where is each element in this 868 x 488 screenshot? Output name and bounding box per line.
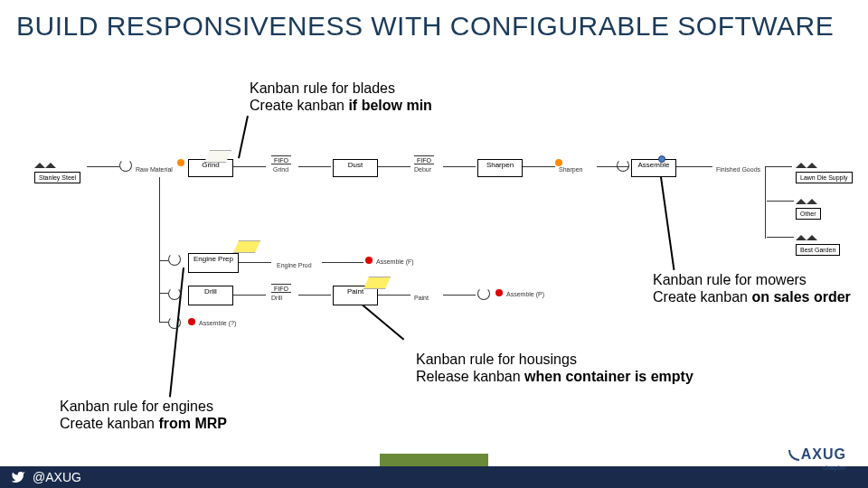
node-fifo3: FIFO	[271, 284, 291, 293]
page-title: BUILD RESPONSIVENESS WITH CONFIGURABLE S…	[16, 11, 834, 42]
node-sharpenq: Sharpen	[559, 166, 582, 173]
node-debur: Debur	[414, 166, 431, 173]
dot-orange-icon	[555, 159, 562, 166]
node-paintq: Paint	[414, 295, 429, 301]
dot-red-icon	[188, 318, 195, 325]
connector	[239, 262, 271, 263]
callout-housings: Kanban rule for housings Release kanban …	[416, 351, 693, 385]
cycle-icon	[477, 287, 490, 300]
connector	[443, 166, 476, 167]
footer: @AXUG	[0, 466, 868, 488]
connector	[87, 166, 119, 167]
node-sharpen: Sharpen	[477, 159, 523, 177]
node-assembleQ: Assemble (?)	[199, 320, 236, 326]
node-drill: Drill	[188, 286, 233, 305]
node-rawmat: Raw Material	[136, 166, 173, 173]
brand-logo: AXUG	[788, 446, 846, 463]
node-finished: Finished Goods	[716, 166, 760, 173]
callout-mowers-line-connector	[660, 177, 675, 270]
connector	[767, 201, 794, 202]
node-fifo2: FIFO	[414, 155, 434, 164]
node-engineprodq: Engine Prod	[277, 262, 312, 268]
cycle-icon	[617, 159, 629, 172]
factory-stanley: Stanley Steel	[34, 155, 80, 183]
node-engineprep: Engine Prep	[188, 253, 239, 273]
twitter-icon	[11, 470, 25, 484]
connector	[298, 295, 331, 296]
node-assembleF: Assemble (F)	[376, 258, 414, 265]
connector	[233, 295, 266, 296]
callout-engines-line1: Kanban rule for engines	[60, 398, 227, 415]
callout-housings-line-connector	[362, 304, 404, 340]
callout-engines: Kanban rule for engines Create kanban fr…	[60, 398, 227, 432]
callout-blades-line-connector	[238, 116, 249, 158]
callout-engines-line2: Create kanban from MRP	[60, 415, 227, 432]
connector-vert	[159, 177, 160, 322]
connector	[159, 260, 168, 261]
factory-best: Best Garden	[796, 228, 840, 256]
connector	[233, 166, 266, 167]
connector	[443, 295, 476, 296]
connector	[322, 262, 363, 263]
callout-blades: Kanban rule for blades Create kanban if …	[250, 80, 432, 114]
connector	[765, 166, 792, 167]
callout-housings-line2: Release kanban when container is empty	[416, 368, 693, 385]
node-grind-label: Grind	[273, 166, 288, 173]
callout-blades-line1: Kanban rule for blades	[250, 80, 432, 97]
callout-mowers-line1: Kanban rule for mowers	[653, 271, 851, 288]
footer-handle: @AXUG	[33, 470, 81, 484]
connector	[159, 322, 168, 323]
node-assemble: Assemble	[631, 159, 676, 177]
node-fifo1: FIFO	[271, 155, 291, 164]
connector	[767, 237, 794, 238]
cycle-icon	[119, 159, 132, 172]
connector	[378, 295, 410, 296]
node-assembleP: Assemble (P)	[506, 291, 544, 297]
connector	[159, 293, 168, 294]
dot-red-icon	[365, 257, 373, 264]
connector	[676, 166, 712, 167]
pull-arrow-icon	[363, 277, 391, 289]
dot-blue-icon	[658, 155, 665, 163]
callout-mowers-line2: Create kanban on sales order	[653, 288, 851, 305]
factory-other: Other	[796, 192, 821, 220]
connector	[765, 166, 766, 239]
pull-arrow-icon	[233, 240, 260, 253]
node-dust: Dust	[333, 159, 378, 177]
brand-sub: chapter	[822, 464, 846, 472]
connector	[378, 166, 410, 167]
dot-orange-icon	[177, 159, 184, 166]
node-drill2: Drill	[271, 295, 282, 301]
callout-housings-line1: Kanban rule for housings	[416, 351, 693, 368]
connector	[298, 166, 331, 167]
cycle-icon	[168, 287, 181, 300]
callout-mowers: Kanban rule for mowers Create kanban on …	[653, 271, 851, 305]
connector	[523, 166, 555, 167]
cycle-icon	[168, 316, 181, 329]
factory-lawn: Lawn Die Supply	[796, 155, 853, 183]
callout-blades-line2: Create kanban if below min	[250, 97, 432, 114]
cycle-icon	[168, 253, 181, 266]
dot-red-icon	[495, 289, 503, 296]
